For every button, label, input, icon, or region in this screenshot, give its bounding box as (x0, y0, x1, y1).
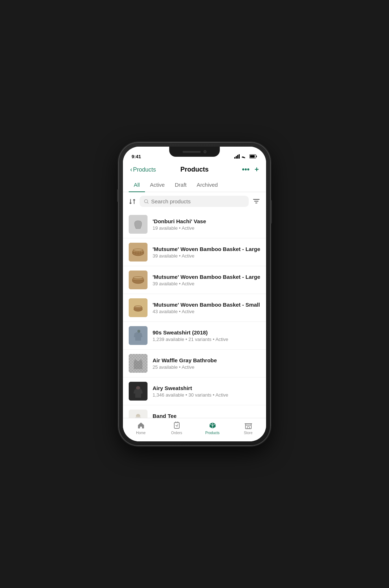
nav-item-home[interactable]: Home (123, 421, 159, 435)
back-button[interactable]: ‹ Products (130, 166, 159, 173)
product-name: Band Tee (153, 413, 260, 418)
product-info: 'Donburi Hachi' Vase 19 available • Acti… (153, 218, 260, 231)
product-name: Air Waffle Gray Bathrobe (153, 357, 260, 363)
nav-label-orders: Orders (171, 431, 182, 435)
product-info: 'Mutsume' Woven Bamboo Basket - Small 43… (153, 302, 260, 314)
wifi-icon (242, 154, 248, 159)
list-item[interactable]: Band Tee 1,330 available • 30 variants •… (123, 405, 266, 418)
product-thumbnail (129, 410, 148, 418)
nav-item-products[interactable]: Products (194, 421, 230, 435)
svg-rect-2 (237, 155, 238, 159)
product-thumbnail (129, 326, 148, 345)
battery-icon (249, 154, 257, 159)
list-item[interactable]: 'Mutsume' Woven Bamboo Basket - Large 39… (123, 266, 266, 294)
list-item[interactable]: 'Donburi Hachi' Vase 19 available • Acti… (123, 211, 266, 238)
phone-screen: 9:41 (123, 147, 266, 441)
list-item[interactable]: 'Mutsume' Woven Bamboo Basket - Small 43… (123, 294, 266, 322)
orders-icon (172, 421, 181, 430)
page-title: Products (159, 166, 230, 173)
nav-item-orders[interactable]: Orders (159, 421, 194, 435)
product-thumbnail (129, 215, 148, 234)
product-info: Band Tee 1,330 available • 30 variants •… (153, 413, 260, 418)
store-icon (244, 421, 253, 430)
product-meta: 25 available • Active (153, 364, 260, 370)
svg-rect-7 (250, 155, 255, 158)
list-item[interactable]: 90s Sweatshirt (2018) 1,239 available • … (123, 322, 266, 350)
product-thumbnail (129, 298, 148, 317)
list-item[interactable]: 'Mutsume' Woven Bamboo Basket - Large 39… (123, 238, 266, 266)
product-name: 90s Sweatshirt (2018) (153, 329, 260, 336)
tab-all[interactable]: All (129, 178, 145, 192)
svg-rect-1 (236, 156, 237, 159)
tab-draft[interactable]: Draft (170, 178, 192, 192)
svg-point-31 (137, 330, 140, 333)
product-info: 'Mutsume' Woven Bamboo Basket - Large 39… (153, 246, 260, 259)
product-meta: 43 available • Active (153, 309, 260, 314)
nav-label-home: Home (136, 431, 146, 435)
product-name: 'Donburi Hachi' Vase (153, 218, 260, 224)
svg-rect-45 (174, 423, 179, 428)
product-meta: 39 available • Active (153, 281, 260, 286)
svg-rect-46 (245, 425, 251, 429)
product-name: 'Mutsume' Woven Bamboo Basket - Large (153, 246, 260, 252)
filter-tabs: All Active Draft Archived (123, 178, 266, 192)
sort-button[interactable] (129, 198, 136, 205)
svg-rect-0 (234, 157, 235, 159)
header: ‹ Products Products ••• + (123, 163, 266, 178)
status-time: 9:41 (132, 154, 141, 159)
filter-icon (252, 197, 260, 205)
status-icons (234, 154, 257, 159)
product-info: 90s Sweatshirt (2018) 1,239 available • … (153, 329, 260, 342)
svg-rect-3 (239, 154, 240, 159)
product-name: 'Mutsume' Woven Bamboo Basket - Small (153, 302, 260, 308)
search-icon (144, 199, 149, 204)
product-meta: 39 available • Active (153, 253, 260, 259)
svg-point-4 (244, 158, 245, 159)
svg-point-16 (133, 249, 143, 251)
phone-frame: 9:41 (119, 142, 270, 446)
search-row (123, 192, 266, 211)
tab-archived[interactable]: Archived (192, 178, 223, 192)
list-item[interactable]: Airy Sweatshirt 1,346 available • 30 var… (123, 377, 266, 405)
sort-icon (129, 198, 136, 205)
notch (169, 147, 220, 157)
product-meta: 19 available • Active (153, 225, 260, 231)
product-meta: 1,239 available • 21 variants • Active (153, 337, 260, 342)
search-container (140, 196, 249, 207)
add-button[interactable]: + (255, 165, 259, 174)
product-list: 'Donburi Hachi' Vase 19 available • Acti… (123, 211, 266, 418)
product-meta: 1,346 available • 30 variants • Active (153, 392, 260, 398)
nav-label-store: Store (244, 431, 253, 435)
filter-button[interactable] (252, 197, 260, 206)
svg-rect-6 (256, 156, 257, 157)
product-thumbnail (129, 243, 148, 261)
nav-label-products: Products (205, 431, 219, 435)
camera (204, 150, 206, 153)
products-icon (208, 421, 217, 430)
product-info: Airy Sweatshirt 1,346 available • 30 var… (153, 385, 260, 398)
product-info: 'Mutsume' Woven Bamboo Basket - Large 39… (153, 274, 260, 286)
list-item[interactable]: Air Waffle Gray Bathrobe 25 available • … (123, 350, 266, 377)
bottom-navigation: Home Orders (123, 418, 266, 441)
product-name: 'Mutsume' Woven Bamboo Basket - Large (153, 274, 260, 280)
search-input[interactable] (151, 198, 244, 204)
product-thumbnail (129, 354, 148, 373)
product-info: Air Waffle Gray Bathrobe 25 available • … (153, 357, 260, 370)
screen-content: 9:41 (123, 147, 266, 441)
svg-point-29 (134, 306, 142, 308)
svg-point-25 (133, 277, 143, 279)
header-actions: ••• + (230, 165, 259, 174)
tab-active[interactable]: Active (145, 178, 170, 192)
back-chevron-icon: ‹ (130, 166, 132, 173)
speaker (183, 151, 201, 153)
home-icon (137, 421, 145, 430)
back-label: Products (133, 167, 156, 173)
product-name: Airy Sweatshirt (153, 385, 260, 391)
more-button[interactable]: ••• (242, 165, 249, 174)
product-thumbnail (129, 382, 148, 401)
signal-icon (234, 154, 240, 159)
nav-item-store[interactable]: Store (230, 421, 266, 435)
product-thumbnail (129, 271, 148, 289)
svg-rect-47 (247, 427, 249, 429)
